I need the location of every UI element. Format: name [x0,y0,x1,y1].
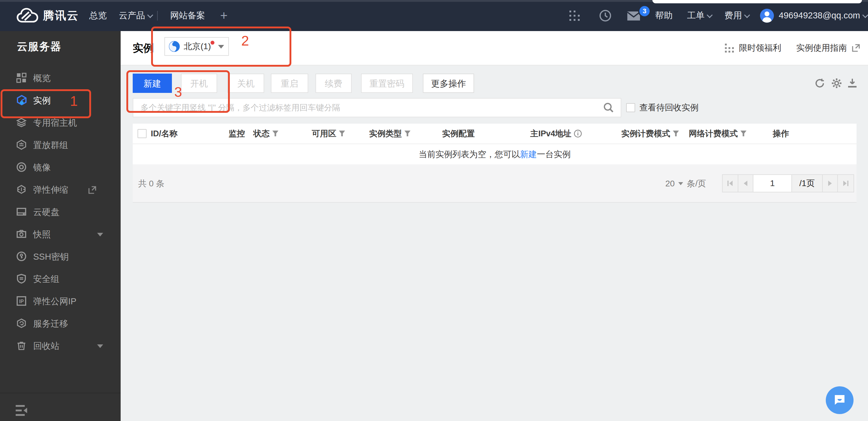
sidebar-item-label: 概览 [33,67,51,89]
add-tab-button[interactable]: + [220,0,228,31]
prev-page-icon [743,180,749,186]
settings-gear-icon[interactable] [831,77,843,89]
cloud-disk-icon [16,206,27,217]
nav-billing-label: 费用 [724,10,742,20]
instance-search-input[interactable] [133,98,621,117]
page-size-selector[interactable]: 20 条/页 [665,164,706,203]
start-button[interactable]: 开机 [181,73,217,93]
nav-overview[interactable]: 总览 [89,0,107,31]
current-page-input[interactable]: 1 [753,175,792,192]
account-menu[interactable]: 496949238@qq.com [779,0,867,31]
sidebar-item-label: 专用宿主机 [33,111,77,134]
sidebar-item-label: 镜像 [33,156,51,179]
sidebar-item-auto-scaling[interactable]: 弹性伸缩 [0,179,121,201]
reset-password-button[interactable]: 重置密码 [361,73,413,93]
instance-cube-icon [16,95,27,106]
recycle-checkbox[interactable] [626,103,635,112]
col-header-instance-billing[interactable]: 实例计费模式 [621,124,679,143]
expand-chevron-icon[interactable] [97,345,103,348]
select-all-checkbox[interactable] [137,129,147,138]
first-page-button[interactable] [723,175,738,192]
sidebar-item-ssh-keys[interactable]: SSH密钥 [0,246,121,268]
filter-funnel-icon[interactable] [740,130,747,137]
filter-funnel-icon[interactable] [272,130,279,137]
download-icon[interactable] [847,78,858,89]
snapshot-camera-icon [16,229,27,239]
top-nav-bar: 腾讯云 总览 云产品 网站备案 + 3 帮助 工单 [0,0,868,31]
col-header-status[interactable]: 状态 [253,124,279,143]
account-email: 496949238@qq.com [779,10,860,20]
col-header-actions: 操作 [773,124,789,143]
col-header-configuration: 实例配置 [442,124,475,143]
region-notification-dot [211,41,214,45]
sidebar-item-security-groups[interactable]: 安全组 [0,268,121,290]
nav-cloud-products[interactable]: 云产品 [119,0,152,31]
content-header: 实例 北京(1) 限时领福利 实例使用指南 [121,31,868,65]
table-footer: 共 0 条 20 条/页 1 /1页 [133,164,857,203]
empty-create-link[interactable]: 新建 [520,149,537,160]
next-page-button[interactable] [823,175,838,192]
renew-button[interactable]: 续费 [315,73,352,93]
customer-service-chat-button[interactable] [826,386,854,414]
nav-help[interactable]: 帮助 [655,0,673,31]
sidebar-item-cloud-disk[interactable]: 云硬盘 [0,201,121,223]
sidebar-item-label: 实例 [33,89,51,111]
nav-divider [157,11,158,21]
restart-button[interactable]: 重启 [271,73,308,93]
sidebar-item-service-migration[interactable]: 服务迁移 [0,313,121,335]
col-header-zone[interactable]: 可用区 [312,124,345,143]
filter-funnel-icon[interactable] [404,130,411,137]
empty-state-row: 当前实例列表为空，您可以新建一台实例 [133,144,857,164]
create-instance-button[interactable]: 新建 [133,73,172,93]
page-size-unit: 条/页 [687,178,706,189]
info-icon[interactable] [574,130,582,137]
elastic-ip-icon: IP [16,296,27,306]
sidebar-item-elastic-ip[interactable]: IP 弹性公网IP [0,290,121,313]
promo-link[interactable]: 限时领福利 [739,42,781,54]
col-header-monitor: 监控 [228,124,245,143]
nav-ticket[interactable]: 工单 [687,0,712,31]
sidebar-item-snapshot[interactable]: 快照 [0,223,121,246]
col-header-instance-type[interactable]: 实例类型 [369,124,411,143]
sidebar-item-dedicated-host[interactable]: 专用宿主机 [0,111,121,134]
filter-funnel-icon[interactable] [673,130,679,137]
region-selector[interactable]: 北京(1) [164,37,229,56]
last-page-button[interactable] [838,175,854,192]
caret-down-icon [218,45,224,48]
nav-billing[interactable]: 费用 [724,0,749,31]
shutdown-button[interactable]: 关机 [227,73,264,93]
tab-website-beian[interactable]: 网站备案 [170,0,205,31]
sidebar-item-label: 服务迁移 [33,313,68,335]
sidebar-item-recycle-bin[interactable]: 回收站 [0,335,121,357]
user-avatar[interactable] [760,9,774,23]
empty-text-suffix: 一台实例 [537,149,570,160]
expand-chevron-icon[interactable] [97,233,103,236]
svg-text:IP: IP [19,299,24,304]
chevron-down-icon [862,12,868,18]
sidebar-item-overview[interactable]: 概览 [0,67,121,89]
sidebar-item-label: 置放群组 [33,134,68,156]
tencent-cloud-logo-icon [16,7,39,25]
chevron-down-icon [707,12,713,18]
prev-page-button[interactable] [738,175,753,192]
person-icon [760,9,774,23]
sidebar-item-instances[interactable]: 实例 [0,89,121,111]
brand-name[interactable]: 腾讯云 [43,0,79,31]
overview-grid-icon [16,73,27,83]
filter-funnel-icon[interactable] [339,130,345,137]
instance-guide-link[interactable]: 实例使用指南 [796,42,847,54]
console-qr-icon[interactable] [569,10,580,22]
more-actions-button[interactable]: 更多操作 [423,73,474,93]
collapse-sidebar-icon[interactable] [15,404,29,417]
next-page-icon [827,180,833,186]
history-clock-icon[interactable] [599,9,612,22]
refresh-icon[interactable] [814,78,825,89]
annotation-number-3: 3 [174,84,182,100]
col-label: 网络计费模式 [689,129,738,138]
col-header-network-billing[interactable]: 网络计费模式 [689,124,747,143]
sidebar-product-title: 云服务器 [17,39,62,54]
search-icon[interactable] [603,102,614,113]
sidebar-item-placement-group[interactable]: 置放群组 [0,134,121,156]
instance-table: ID/名称 监控 状态 可用区 实例类型 实例配置 主IPv4地址 实例计费模式… [133,124,857,164]
sidebar-item-images[interactable]: 镜像 [0,156,121,179]
